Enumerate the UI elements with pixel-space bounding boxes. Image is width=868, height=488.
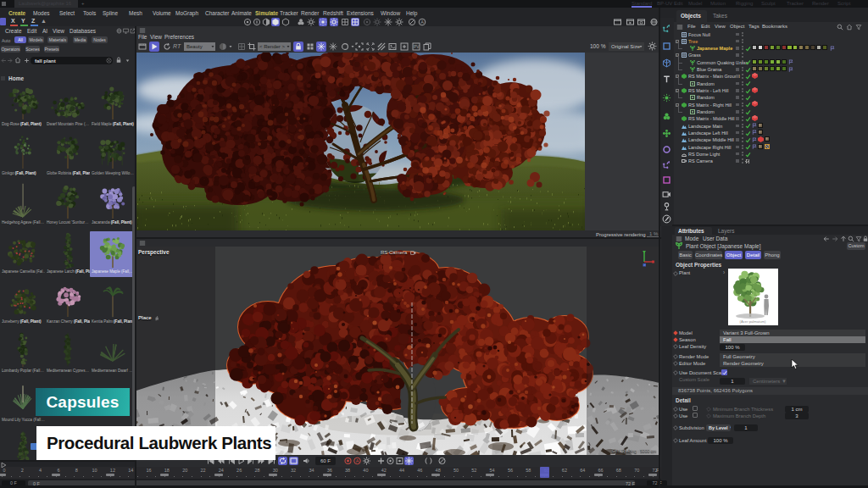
svg-text:(Acer palmatum): (Acer palmatum)	[740, 319, 767, 324]
svg-text:A: A	[420, 19, 424, 25]
svg-text:A: A	[356, 458, 359, 463]
svg-text:z: z	[643, 263, 645, 267]
svg-text:PV: PV	[414, 44, 420, 49]
